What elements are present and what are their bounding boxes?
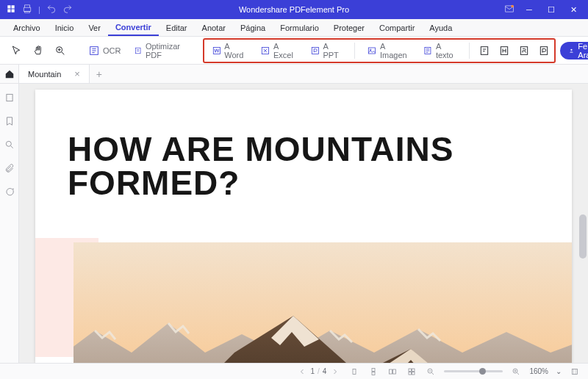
ocr-button[interactable]: OCR (84, 41, 125, 60)
app-logo-icon (6, 4, 16, 15)
convert-toolbar: OCR Optimizar PDF A Word A Excel A PPT A… (0, 37, 588, 65)
title-sep: | (38, 5, 40, 14)
optimize-label: Optimizar PDF (146, 42, 184, 59)
title-bar: | Wondershare PDFelement Pro ─ ☐ ✕ (0, 0, 588, 19)
document-tab-label: Mountain (28, 70, 61, 79)
menu-convertir[interactable]: Convertir (108, 19, 159, 36)
toolbar-separator (469, 43, 470, 59)
zoom-tool-icon[interactable] (51, 42, 69, 59)
close-tab-icon[interactable]: × (74, 68, 80, 79)
view-grid-icon[interactable] (406, 366, 417, 378)
svg-rect-11 (481, 46, 488, 54)
zoom-out-icon[interactable] (425, 366, 437, 378)
comments-panel-icon[interactable] (4, 187, 15, 200)
window-maximize-icon[interactable]: ☐ (544, 5, 559, 15)
svg-rect-24 (393, 369, 396, 374)
zoom-slider[interactable] (444, 370, 503, 372)
svg-rect-14 (540, 46, 547, 54)
menu-proteger[interactable]: Proteger (326, 19, 372, 36)
view-single-page-icon[interactable] (348, 366, 360, 378)
page-current[interactable]: 1 (311, 367, 315, 375)
svg-rect-16 (6, 94, 12, 101)
to-ppt-button[interactable]: A PPT (306, 41, 348, 60)
zoom-slider-knob[interactable] (479, 368, 486, 375)
menu-formulario[interactable]: Formulario (273, 19, 326, 36)
to-rtf-icon[interactable] (517, 42, 532, 59)
svg-rect-23 (390, 369, 392, 374)
svg-rect-25 (409, 369, 412, 372)
svg-rect-7 (312, 47, 318, 54)
svg-rect-26 (412, 369, 415, 372)
print-icon[interactable] (22, 4, 32, 15)
to-image-button[interactable]: A Imagen (362, 41, 414, 60)
user-name-label: Felipe Araujo (578, 42, 588, 59)
to-text-button[interactable]: A texto (418, 41, 462, 60)
to-word-button[interactable]: A Word (207, 41, 252, 60)
undo-icon[interactable] (46, 4, 57, 15)
menu-ver[interactable]: Ver (81, 19, 108, 36)
attachments-panel-icon[interactable] (4, 163, 15, 176)
menu-anotar[interactable]: Anotar (195, 19, 233, 36)
to-epub-icon[interactable] (477, 42, 492, 59)
document-tab-strip: Mountain × + (0, 65, 588, 84)
menu-bar: Archivo Inicio Ver Convertir Editar Anot… (0, 19, 588, 37)
window-close-icon[interactable]: ✕ (566, 5, 581, 15)
zoom-dropdown-icon[interactable]: ⌄ (556, 367, 562, 375)
scrollbar-thumb[interactable] (579, 214, 587, 259)
redo-icon[interactable] (62, 4, 73, 15)
optimize-pdf-button[interactable]: Optimizar PDF (129, 41, 187, 60)
view-continuous-icon[interactable] (368, 366, 379, 378)
hand-tool-icon[interactable] (29, 42, 47, 59)
svg-point-17 (6, 141, 11, 146)
bookmarks-panel-icon[interactable] (4, 116, 15, 129)
page-navigator: 1 / 4 (296, 366, 342, 378)
to-word-label: A Word (224, 42, 247, 59)
left-sidebar (0, 84, 19, 363)
page-next-icon[interactable] (329, 366, 341, 378)
menu-inicio[interactable]: Inicio (48, 19, 82, 36)
svg-point-15 (571, 48, 573, 50)
menu-archivo[interactable]: Archivo (6, 19, 48, 36)
svg-rect-8 (368, 47, 375, 53)
menu-pagina[interactable]: Página (233, 19, 273, 36)
user-account-button[interactable]: Felipe Araujo (560, 42, 588, 59)
to-excel-label: A Excel (273, 42, 297, 59)
svg-rect-21 (372, 368, 375, 371)
window-minimize-icon[interactable]: ─ (522, 5, 537, 14)
fit-page-icon[interactable] (569, 366, 581, 378)
page-total: 4 (323, 367, 327, 375)
toolbar-separator (354, 43, 355, 59)
document-tab[interactable]: Mountain × (19, 65, 90, 83)
vertical-scrollbar[interactable] (579, 90, 587, 357)
svg-rect-20 (353, 369, 356, 374)
document-canvas[interactable]: HOW ARE MOUNTAINS FORMED? (19, 84, 588, 363)
status-bar: 1 / 4 160% ⌄ (0, 363, 588, 379)
svg-rect-28 (412, 372, 415, 375)
work-area: HOW ARE MOUNTAINS FORMED? (0, 84, 588, 363)
search-panel-icon[interactable] (4, 140, 15, 153)
mountain-illustration-icon (74, 242, 572, 363)
to-pdfa-icon[interactable] (537, 42, 552, 59)
page-sep: / (318, 367, 320, 375)
to-excel-button[interactable]: A Excel (256, 41, 301, 60)
home-tab-icon[interactable] (0, 65, 19, 83)
mail-icon[interactable] (504, 4, 514, 15)
new-tab-button[interactable]: + (90, 65, 109, 83)
document-page: HOW ARE MOUNTAINS FORMED? (35, 90, 572, 363)
menu-ayuda[interactable]: Ayuda (422, 19, 459, 36)
to-html-icon[interactable] (497, 42, 512, 59)
to-text-label: A texto (436, 42, 457, 59)
ocr-label: OCR (103, 46, 121, 55)
document-hero-image (35, 238, 572, 363)
menu-compartir[interactable]: Compartir (372, 19, 422, 36)
thumbnails-panel-icon[interactable] (4, 93, 15, 106)
page-prev-icon[interactable] (296, 366, 308, 378)
svg-rect-27 (409, 372, 412, 375)
document-headline: HOW ARE MOUNTAINS FORMED? (68, 132, 539, 200)
menu-editar[interactable]: Editar (159, 19, 195, 36)
convert-highlight-box: A Word A Excel A PPT A Imagen A texto (203, 38, 556, 63)
zoom-value[interactable]: 160% (529, 367, 548, 375)
view-two-page-icon[interactable] (387, 366, 398, 378)
select-tool-icon[interactable] (7, 42, 25, 59)
zoom-in-icon[interactable] (510, 366, 522, 378)
